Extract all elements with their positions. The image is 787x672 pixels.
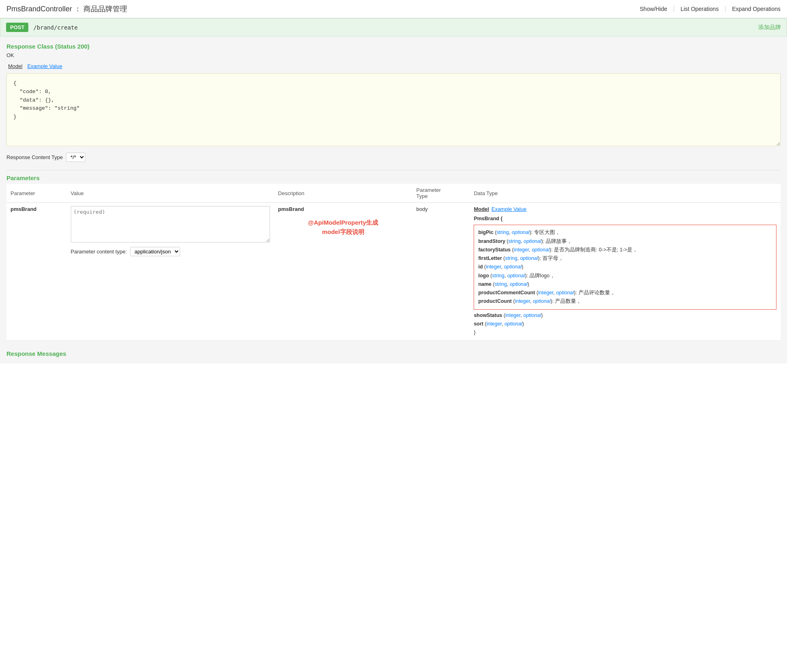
model-field-item: factoryStatus (integer, optional): 是否为品牌… [478, 246, 772, 254]
annotation-text: @ApiModelProperty生成model字段说明 [278, 218, 408, 236]
controller-title: PmsBrandController ： 商品品牌管理 [6, 4, 127, 14]
response-class-title: Response Class (Status 200) [6, 43, 781, 50]
show-hide-link[interactable]: Show/Hide [633, 6, 667, 12]
model-close-brace: } [474, 330, 475, 335]
param-desc-cell: pmsBrand @ApiModelProperty生成model字段说明 [274, 203, 412, 340]
separator [6, 170, 781, 170]
model-close: } [474, 328, 776, 337]
model-extra-field-item: showStatus (integer, optional) [474, 311, 776, 320]
param-desc: pmsBrand [278, 206, 408, 212]
response-class-section: Response Class (Status 200) OK Model Exa… [6, 43, 781, 146]
endpoint-left: POST /brand/create [6, 23, 78, 32]
model-field-item: firstLetter (string, optional): 首字母， [478, 254, 772, 263]
tab-model[interactable]: Model [6, 62, 24, 70]
params-table: Parameter Value Description Parameter Ty… [6, 184, 781, 340]
table-header-row: Parameter Value Description Parameter Ty… [6, 184, 781, 203]
model-field-item: id (integer, optional) [478, 263, 772, 271]
response-code-box: { "code": 0, "data": {}, "message": "str… [6, 73, 781, 146]
model-field-item: productCount (integer, optional): 产品数量， [478, 297, 772, 306]
model-field-item: name (string, optional) [478, 280, 772, 289]
table-row: pmsBrand Parameter content type: applica… [6, 203, 781, 340]
data-type-cell: Model Example Value PmsBrand { bigPic (s… [470, 203, 781, 340]
title-sub: 商品品牌管理 [83, 5, 127, 13]
col-description: Description [274, 184, 412, 203]
code-content: { "code": 0, "data": {}, "message": "str… [13, 80, 80, 120]
main-content: Response Class (Status 200) OK Model Exa… [0, 36, 787, 364]
model-field-item: bigPic (string, optional): 专区大图， [478, 228, 772, 237]
model-box: PmsBrand { bigPic (string, optional): 专区… [474, 215, 776, 337]
content-type-label: Response Content Type [6, 154, 63, 160]
col-parameter: Parameter [6, 184, 67, 203]
param-name: pmsBrand [11, 206, 36, 212]
param-name-cell: pmsBrand [6, 203, 67, 340]
list-operations-link[interactable]: List Operations [674, 6, 719, 12]
expand-operations-link[interactable]: Expand Operations [725, 6, 781, 12]
param-textarea[interactable] [71, 206, 270, 242]
tab-example-value[interactable]: Example Value [26, 62, 64, 70]
content-type-select[interactable]: */* [66, 153, 85, 162]
content-json-select[interactable]: application/json [130, 247, 180, 256]
parameters-section: Parameters Parameter Value Description P… [6, 174, 781, 340]
col-param-type: Parameter Type [412, 184, 470, 203]
model-field-item: brandStory (string, optional): 品牌故事， [478, 237, 772, 246]
page-header: PmsBrandController ： 商品品牌管理 Show/Hide Li… [0, 0, 787, 18]
model-field-item: productCommentCount (integer, optional):… [478, 289, 772, 297]
model-fields: bigPic (string, optional): 专区大图，brandSto… [478, 228, 772, 306]
model-field-item: logo (string, optional): 品牌logo， [478, 272, 772, 280]
response-messages-section: Response Messages [6, 350, 781, 357]
response-tabs: Model Example Value [6, 62, 781, 70]
model-extra-fields: showStatus (integer, optional)sort (inte… [474, 311, 776, 329]
title-separator: ： [74, 5, 81, 13]
param-body-type: body [416, 206, 428, 212]
header-actions: Show/Hide List Operations Expand Operati… [633, 6, 781, 12]
model-extra-field-item: sort (integer, optional) [474, 320, 776, 328]
col-data-type: Data Type [470, 184, 781, 203]
param-type-cell: body [412, 203, 470, 340]
response-messages-title: Response Messages [6, 350, 781, 357]
endpoint-description: 添加品牌 [758, 24, 781, 31]
response-content-type-row: Response Content Type */* [6, 153, 781, 162]
param-content-type-row: Parameter content type: application/json [71, 247, 270, 256]
data-type-model-tab[interactable]: Model [474, 206, 489, 212]
model-title: PmsBrand { [474, 215, 776, 223]
endpoint-bar: POST /brand/create 添加品牌 [0, 18, 787, 36]
method-badge: POST [6, 23, 28, 32]
content-type-param-label: Parameter content type: [71, 249, 127, 255]
endpoint-path: /brand/create [33, 24, 78, 31]
parameters-title: Parameters [6, 174, 781, 181]
response-status: OK [6, 52, 781, 58]
param-value-cell: Parameter content type: application/json [67, 203, 274, 340]
data-type-tabs: Model Example Value [474, 206, 776, 212]
data-type-example-tab[interactable]: Example Value [491, 206, 526, 212]
title-main: PmsBrandController [6, 5, 72, 13]
col-value: Value [67, 184, 274, 203]
